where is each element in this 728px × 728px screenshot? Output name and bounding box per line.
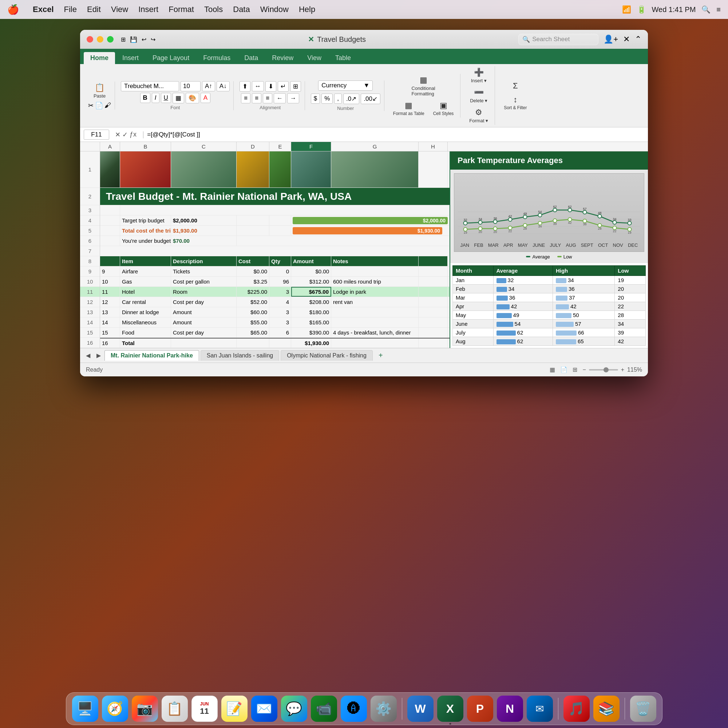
col-header-h[interactable]: H bbox=[419, 142, 448, 151]
redo-icon[interactable]: ↪ bbox=[151, 36, 155, 43]
cell-9-cost[interactable]: $0.00 bbox=[237, 266, 269, 276]
dock-icon-books[interactable]: 📚 bbox=[593, 696, 619, 722]
cancel-formula-button[interactable]: ✕ bbox=[115, 131, 121, 139]
tab-table[interactable]: Table bbox=[329, 52, 358, 64]
cell-11-cost[interactable]: $225.00 bbox=[237, 287, 269, 297]
decimal-increase-button[interactable]: .0↗ bbox=[343, 93, 359, 104]
cell-12-amount[interactable]: $208.00 bbox=[291, 297, 331, 307]
border-button[interactable]: ▦ bbox=[173, 93, 184, 103]
merge-button[interactable]: ⊞ bbox=[290, 81, 301, 92]
under-budget-value[interactable]: $70.00 bbox=[171, 236, 237, 246]
cell-14-notes[interactable] bbox=[331, 317, 419, 327]
cell-9-amount[interactable]: $0.00 bbox=[291, 266, 331, 276]
cell-reference-input[interactable] bbox=[84, 130, 109, 140]
underline-button[interactable]: U bbox=[161, 93, 171, 103]
menu-window[interactable]: Window bbox=[260, 5, 289, 14]
cell-14-amount[interactable]: $165.00 bbox=[291, 317, 331, 327]
dock-icon-music[interactable]: 🎵 bbox=[563, 696, 590, 722]
align-top-button[interactable]: ⬆ bbox=[240, 81, 251, 92]
confirm-formula-button[interactable]: ✓ bbox=[122, 131, 128, 139]
italic-button[interactable]: I bbox=[152, 93, 159, 103]
cell-14-cost[interactable]: $55.00 bbox=[237, 317, 269, 327]
copy-icon[interactable]: 📄 bbox=[95, 102, 103, 110]
cell-11-desc[interactable]: Room bbox=[171, 287, 237, 297]
cell-12-notes[interactable]: rent van bbox=[331, 297, 419, 307]
total-value[interactable]: $1,930.00 bbox=[171, 226, 237, 236]
tab-review[interactable]: Review bbox=[265, 52, 300, 64]
cell-11-amount[interactable]: $675.00 bbox=[291, 287, 331, 297]
zoom-slider[interactable] bbox=[589, 369, 618, 370]
font-size-up-button[interactable]: A↑ bbox=[202, 81, 215, 91]
cell-10-qty[interactable]: 96 bbox=[269, 277, 291, 286]
dock-icon-outlook[interactable]: ✉ bbox=[527, 696, 553, 722]
cell-10-notes[interactable]: 600 miles round trip bbox=[331, 277, 419, 286]
menu-tools[interactable]: Tools bbox=[204, 5, 223, 14]
control-center-icon[interactable]: ≡ bbox=[716, 5, 721, 14]
sheet-tab-olympic[interactable]: Olympic National Park - fishing bbox=[281, 350, 373, 361]
tab-view[interactable]: View bbox=[301, 52, 328, 64]
menu-view[interactable]: View bbox=[111, 5, 128, 14]
dock-icon-powerpoint[interactable]: P bbox=[467, 696, 493, 722]
col-header-b[interactable]: B bbox=[120, 142, 171, 151]
cell-13-cost[interactable]: $60.00 bbox=[237, 307, 269, 317]
add-sheet-button[interactable]: + bbox=[374, 349, 387, 361]
dock-icon-photos[interactable]: 📷 bbox=[132, 696, 158, 722]
cell-13-qty[interactable]: 3 bbox=[269, 307, 291, 317]
zoom-thumb[interactable] bbox=[604, 367, 609, 372]
dock-icon-trash[interactable]: 🗑️ bbox=[630, 696, 656, 722]
conditional-formatting-button[interactable]: ▦ ConditionalFormatting bbox=[409, 74, 438, 98]
tab-insert[interactable]: Insert bbox=[116, 52, 145, 64]
cell-11-notes[interactable]: Lodge in park bbox=[331, 287, 419, 297]
cell-15-amount[interactable]: $390.00 bbox=[291, 327, 331, 337]
align-bottom-button[interactable]: ⬇ bbox=[265, 81, 276, 92]
sheet-tab-san-juan[interactable]: San Juan Islands - sailing bbox=[200, 350, 279, 361]
cell-9-desc[interactable]: Tickets bbox=[171, 266, 237, 276]
align-right-button[interactable]: ≡ bbox=[263, 93, 272, 103]
cell-15-desc[interactable]: Cost per day bbox=[171, 327, 237, 337]
dock-icon-finder[interactable]: 🖥️ bbox=[72, 696, 98, 722]
cell-10-amount[interactable]: $312.00 bbox=[291, 277, 331, 286]
font-size-down-button[interactable]: A↓ bbox=[217, 81, 230, 91]
cell-9-item[interactable]: Airfare bbox=[120, 266, 171, 276]
font-name-input[interactable] bbox=[121, 81, 179, 91]
close-icon[interactable]: ✕ bbox=[623, 35, 630, 44]
menu-edit[interactable]: Edit bbox=[87, 5, 101, 14]
cell-13-amount[interactable]: $180.00 bbox=[291, 307, 331, 317]
cell-13-desc[interactable]: Amount bbox=[171, 307, 237, 317]
dock-icon-contacts[interactable]: 📋 bbox=[162, 696, 188, 722]
page-layout-icon[interactable]: 📄 bbox=[560, 366, 567, 373]
cell-10-desc[interactable]: Cost per gallon bbox=[171, 277, 237, 286]
cell-12-desc[interactable]: Cost per day bbox=[171, 297, 237, 307]
col-header-c[interactable]: C bbox=[171, 142, 237, 151]
dock-icon-mail[interactable]: ✉️ bbox=[251, 696, 277, 722]
formula-input[interactable] bbox=[147, 131, 644, 138]
tab-data[interactable]: Data bbox=[238, 52, 265, 64]
cell-14-qty[interactable]: 3 bbox=[269, 317, 291, 327]
dock-icon-messages[interactable]: 💬 bbox=[281, 696, 307, 722]
normal-view-icon[interactable]: ▦ bbox=[550, 366, 555, 373]
format-button[interactable]: ⚙ Format ▾ bbox=[466, 106, 491, 125]
cut-icon[interactable]: ✂ bbox=[88, 102, 93, 110]
wrap-text-button[interactable]: ↵ bbox=[278, 81, 289, 92]
zoom-in-button[interactable]: + bbox=[621, 367, 624, 373]
cell-9-notes[interactable] bbox=[331, 266, 419, 276]
paste-button[interactable]: 📋 Paste bbox=[91, 81, 109, 100]
save-icon[interactable]: 💾 bbox=[130, 36, 137, 43]
bold-button[interactable]: B bbox=[140, 93, 150, 103]
share-icon[interactable]: 👤+ bbox=[604, 35, 618, 44]
cell-11-item[interactable]: Hotel bbox=[120, 287, 171, 297]
sheet-nav-next-button[interactable]: ▶ bbox=[94, 351, 103, 360]
font-color-button[interactable]: A bbox=[200, 93, 210, 103]
minimize-button[interactable] bbox=[97, 36, 103, 43]
col-header-d[interactable]: D bbox=[237, 142, 269, 151]
page-break-icon[interactable]: ⊞ bbox=[573, 366, 577, 373]
menu-data[interactable]: Data bbox=[233, 5, 250, 14]
col-header-g[interactable]: G bbox=[331, 142, 419, 151]
indent-increase-button[interactable]: → bbox=[287, 93, 299, 103]
col-header-e[interactable]: E bbox=[269, 142, 291, 151]
comma-button[interactable]: , bbox=[334, 93, 342, 104]
fill-color-button[interactable]: 🎨 bbox=[186, 93, 199, 103]
dock-icon-excel[interactable]: X bbox=[437, 696, 463, 722]
dock-icon-facetime[interactable]: 📹 bbox=[311, 696, 337, 722]
menu-format[interactable]: Format bbox=[168, 5, 194, 14]
